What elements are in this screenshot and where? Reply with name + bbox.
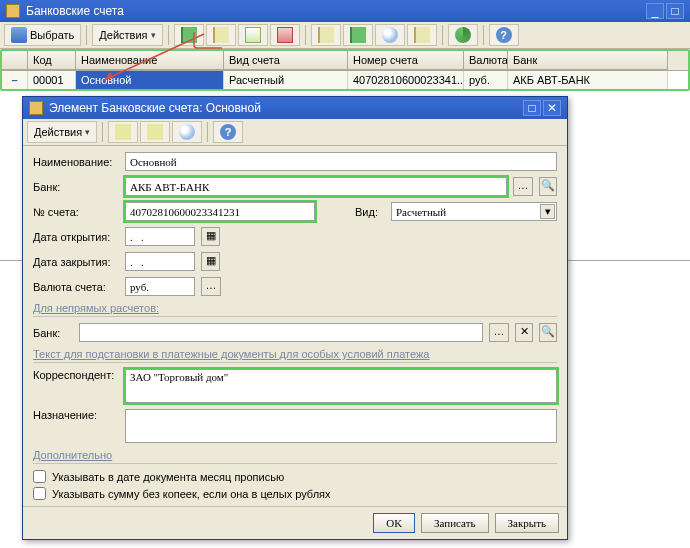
label-bank2: Банк: xyxy=(33,327,73,339)
name-input[interactable] xyxy=(125,152,557,171)
cell-acct: 40702810600023341... xyxy=(348,71,464,89)
label-name: Наименование: xyxy=(33,156,119,168)
dialog-actions-dropdown[interactable]: Действия ▾ xyxy=(27,121,97,143)
close-button[interactable]: Закрыть xyxy=(495,513,559,533)
cell-bank: АКБ АВТ-БАНК xyxy=(508,71,668,89)
parent-title: Банковские счета xyxy=(26,0,124,22)
dialog-actions-label: Действия xyxy=(34,126,82,138)
minimize-button[interactable]: _ xyxy=(646,3,664,19)
tool-a-button[interactable] xyxy=(311,24,341,46)
calendar-icon[interactable]: ▦ xyxy=(201,252,220,271)
separator xyxy=(168,25,169,45)
chevron-down-icon: ▾ xyxy=(151,30,156,40)
chk-kop-row[interactable]: Указывать сумму без копеек, если она в ц… xyxy=(33,487,557,500)
select-icon xyxy=(11,27,27,43)
tool-c-icon xyxy=(414,27,430,43)
chk-month[interactable] xyxy=(33,470,46,483)
arrow-left-icon xyxy=(115,124,131,140)
label-bank: Банк: xyxy=(33,181,119,193)
add-group-button[interactable] xyxy=(206,24,236,46)
separator xyxy=(207,122,208,142)
chk-kop-label: Указывать сумму без копеек, если она в ц… xyxy=(52,488,331,500)
currency-lookup-button[interactable]: … xyxy=(201,277,221,296)
next-button[interactable] xyxy=(140,121,170,143)
parent-toolbar: Выбрать Действия ▾ ? xyxy=(0,22,690,49)
tool-a-icon xyxy=(318,27,334,43)
bank2-clear-button[interactable]: ✕ xyxy=(515,323,533,342)
dialog-icon xyxy=(29,101,43,115)
col-marker[interactable] xyxy=(2,51,28,70)
col-name[interactable]: Наименование xyxy=(76,51,224,70)
label-corr: Корреспондент: xyxy=(33,369,119,381)
bank2-lookup-button[interactable]: … xyxy=(489,323,509,342)
calendar-icon[interactable]: ▦ xyxy=(201,227,220,246)
bank-input[interactable] xyxy=(125,177,507,196)
currency-input[interactable] xyxy=(125,277,195,296)
help-icon: ? xyxy=(496,27,512,43)
corr-textarea[interactable] xyxy=(125,369,557,403)
tool-b-icon xyxy=(350,27,366,43)
dialog-title: Элемент Банковские счета: Основной xyxy=(49,97,261,119)
filter-button[interactable] xyxy=(375,24,405,46)
ok-button[interactable]: OK xyxy=(373,513,415,533)
dialog-maximize-button[interactable]: □ xyxy=(523,100,541,116)
bank2-search-button[interactable]: 🔍 xyxy=(539,323,557,342)
col-acct[interactable]: Номер счета xyxy=(348,51,464,70)
separator xyxy=(483,25,484,45)
section-addl: Дополнительно xyxy=(33,449,557,464)
label-vid: Вид: xyxy=(355,206,385,218)
cell-code: 00001 xyxy=(28,71,76,89)
tool-c-button[interactable] xyxy=(407,24,437,46)
add-row-icon xyxy=(181,27,197,43)
dialog-toolbar: Действия ▾ ? xyxy=(23,119,567,146)
cell-name: Основной xyxy=(76,71,224,89)
element-dialog: Элемент Банковские счета: Основной □ ✕ Д… xyxy=(22,96,568,540)
refresh-button[interactable] xyxy=(448,24,478,46)
arrow-right-icon xyxy=(147,124,163,140)
purpose-textarea[interactable] xyxy=(125,409,557,443)
vid-combo[interactable]: Расчетный ▾ xyxy=(391,202,557,221)
dialog-help-button[interactable]: ? xyxy=(213,121,243,143)
table-row[interactable]: – 00001 Основной Расчетный 4070281060002… xyxy=(2,71,688,89)
select-label: Выбрать xyxy=(30,29,74,41)
prev-button[interactable] xyxy=(108,121,138,143)
separator xyxy=(305,25,306,45)
copy-icon xyxy=(245,27,261,43)
tool-b-button[interactable] xyxy=(343,24,373,46)
bank2-input[interactable] xyxy=(79,323,483,342)
actions-dropdown[interactable]: Действия ▾ xyxy=(92,24,162,46)
parent-titlebar: Банковские счета _ □ xyxy=(0,0,690,22)
refresh-icon xyxy=(455,27,471,43)
copy-button[interactable] xyxy=(238,24,268,46)
maximize-button[interactable]: □ xyxy=(666,3,684,19)
select-button[interactable]: Выбрать xyxy=(4,24,81,46)
goto-button[interactable] xyxy=(172,121,202,143)
open-date-input[interactable] xyxy=(125,227,195,246)
separator xyxy=(442,25,443,45)
col-bank[interactable]: Банк xyxy=(508,51,668,70)
label-purpose: Назначение: xyxy=(33,409,119,421)
chevron-down-icon: ▾ xyxy=(540,204,555,219)
dialog-close-button[interactable]: ✕ xyxy=(543,100,561,116)
vid-value: Расчетный xyxy=(396,206,446,218)
close-date-input[interactable] xyxy=(125,252,195,271)
label-open-date: Дата открытия: xyxy=(33,231,119,243)
col-code[interactable]: Код xyxy=(28,51,76,70)
col-val[interactable]: Валюта xyxy=(464,51,508,70)
add-row-button[interactable] xyxy=(174,24,204,46)
account-input[interactable] xyxy=(125,202,315,221)
chk-kop[interactable] xyxy=(33,487,46,500)
grid-header: Код Наименование Вид счета Номер счета В… xyxy=(2,51,688,71)
label-acct: № счета: xyxy=(33,206,119,218)
delete-icon xyxy=(277,27,293,43)
delete-button[interactable] xyxy=(270,24,300,46)
bank-search-button[interactable]: 🔍 xyxy=(539,177,557,196)
col-vid[interactable]: Вид счета xyxy=(224,51,348,70)
chk-month-row[interactable]: Указывать в дате документа месяц пропись… xyxy=(33,470,557,483)
bank-lookup-button[interactable]: … xyxy=(513,177,533,196)
label-close-date: Дата закрытия: xyxy=(33,256,119,268)
filter-icon xyxy=(382,27,398,43)
goto-icon xyxy=(179,124,195,140)
help-button[interactable]: ? xyxy=(489,24,519,46)
write-button[interactable]: Записать xyxy=(421,513,488,533)
